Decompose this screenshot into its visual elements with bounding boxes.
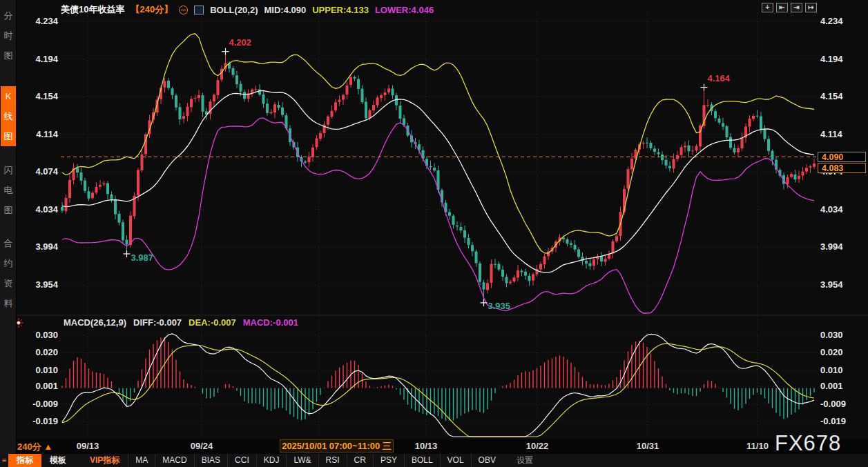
indicator-button-obv[interactable]: OBV xyxy=(471,454,503,467)
indicator-button-lw[interactable]: LW& xyxy=(286,454,318,467)
price-axis-label-right: 4.154 xyxy=(820,91,843,101)
macd-macd-value: MACD:-0.001 xyxy=(243,317,298,328)
scale-left-axis-icon[interactable]: ⇤ xyxy=(776,3,788,12)
indicator-button-rsi[interactable]: RSI xyxy=(318,454,347,467)
macd-axis-label-left: -0.019 xyxy=(15,416,58,426)
boll-mid-value: MID:4.090 xyxy=(264,5,307,15)
indicator-button-cci[interactable]: CCI xyxy=(227,454,256,467)
chart-type-sidebar: 分时图K线图闪电图合约资料 xyxy=(0,0,17,454)
period-selector[interactable]: 240分 ▲ xyxy=(17,441,52,453)
indicator-button-kdj[interactable]: KDJ xyxy=(256,454,287,467)
date-tick: 09/24 xyxy=(191,441,213,451)
chevron-up-icon: ▲ xyxy=(44,441,52,452)
indicator-button-macd[interactable]: MACD xyxy=(155,454,193,467)
price-axis-label-left: 4.114 xyxy=(15,129,58,139)
date-tick: 10/31 xyxy=(637,441,659,451)
price-axis-label-right: 4.114 xyxy=(820,129,842,139)
indicator-toolbar: ≡ 指标模板VIP指标MAMACDBIASCCIKDJLW&RSICRPSYBO… xyxy=(0,454,868,467)
macd-axis-label-left: 0.001 xyxy=(15,381,58,391)
chart-tools: +⇤⇥↦ xyxy=(762,3,817,12)
date-tick: 11/10 xyxy=(746,441,769,451)
boll-upper-value: UPPER:4.133 xyxy=(312,5,369,15)
macd-axis-label-left: -0.009 xyxy=(15,399,58,409)
macd-header: MACD(26,12,9) DIFF:-0.007 DEA:-0.007 MAC… xyxy=(64,317,298,328)
price-axis-label-left: 4.154 xyxy=(15,91,58,101)
indicator-button-vol[interactable]: VOL xyxy=(440,454,471,467)
macd-axis-label-left: 0.020 xyxy=(15,347,58,357)
sidebar-tab-lightning-chart[interactable]: 闪电图 xyxy=(1,160,16,220)
indicator-chart-icon[interactable] xyxy=(194,6,204,14)
indicator-button-cr[interactable]: CR xyxy=(347,454,373,467)
sidebar-tab-contract-info[interactable]: 合约资料 xyxy=(1,233,16,313)
price-annotation-low: 3.987 xyxy=(131,252,154,263)
period-tag: 【240分】 xyxy=(131,3,173,16)
macd-axis-label-right: 0.010 xyxy=(820,365,843,375)
settings-button[interactable]: 设置 xyxy=(508,454,541,467)
macd-axis-label-right: 0.001 xyxy=(820,381,843,391)
indicator-button-bias[interactable]: BIAS xyxy=(194,454,227,467)
jump-latest-icon[interactable]: ↦ xyxy=(805,3,817,12)
price-axis-label-right: 3.954 xyxy=(820,279,843,290)
price-axis-label-right: 3.994 xyxy=(820,241,843,252)
zoom-out-icon[interactable] xyxy=(179,6,188,14)
toolbar-tab-indicators[interactable]: 指标 xyxy=(8,454,41,467)
sidebar-tab-time-chart[interactable]: 分时图 xyxy=(1,6,16,66)
boll-lower-value: LOWER:4.046 xyxy=(375,5,434,15)
price-axis-label-left: 3.954 xyxy=(15,279,58,290)
trading-app: 分时图K线图闪电图合约资料 美债10年收益率 【240分】 BOLL(20,2)… xyxy=(0,0,868,467)
macd-axis-label-right: 0.030 xyxy=(820,330,843,340)
price-axis-label-left: 4.234 xyxy=(15,16,58,26)
chart-canvas[interactable] xyxy=(61,10,817,437)
price-axis-label-left: 4.074 xyxy=(15,166,58,177)
crosshair-tool-icon[interactable]: + xyxy=(762,3,773,12)
indicator-button-ma[interactable]: MA xyxy=(128,454,155,467)
scale-right-axis-icon[interactable]: ⇥ xyxy=(791,3,802,12)
price-axis-label-left: 3.994 xyxy=(15,241,58,252)
price-axis-label-left: 4.034 xyxy=(15,204,58,215)
timeline-bar: 240分 ▲ 2025/10/01 07:00~11:00 三 FX678 09… xyxy=(0,439,868,454)
date-tick: 09/13 xyxy=(77,441,99,451)
menu-icon[interactable]: ≡ xyxy=(0,454,8,467)
price-axis-label-right: 4.234 xyxy=(820,16,843,26)
price-annotation-high: 4.164 xyxy=(708,73,731,83)
sidebar-tab-kline-chart[interactable]: K线图 xyxy=(1,86,16,146)
price-axis-label-right: 4.194 xyxy=(820,54,843,64)
boll-label: BOLL(20,2) xyxy=(210,5,258,15)
macd-axis-label-right: 0.020 xyxy=(820,347,843,357)
level-price-tag: 4.090 xyxy=(818,152,866,162)
macd-diff-value: DIFF:-0.007 xyxy=(133,317,182,328)
macd-params-label: MACD(26,12,9) xyxy=(64,317,126,328)
indicator-button-boll[interactable]: BOLL xyxy=(404,454,440,467)
chart-header: 美债10年收益率 【240分】 BOLL(20,2) MID:4.090 UPP… xyxy=(61,3,434,16)
macd-axis-label-left: 0.010 xyxy=(15,365,58,375)
macd-axis-label-left: 0.030 xyxy=(15,330,58,340)
instrument-title: 美债10年收益率 xyxy=(61,3,124,16)
price-axis-label-left: 4.194 xyxy=(15,54,58,64)
macd-axis-label-right: -0.009 xyxy=(820,399,846,409)
date-tick: 10/22 xyxy=(526,441,549,451)
macd-dea-value: DEA:-0.007 xyxy=(189,317,236,328)
toolbar-tab-vip-indicators[interactable]: VIP指标 xyxy=(81,454,128,467)
session-highlight: 2025/10/01 07:00~11:00 三 xyxy=(280,439,394,453)
last-price-tag: 4.083 xyxy=(818,163,866,173)
macd-axis-label-right: -0.019 xyxy=(820,416,846,426)
price-annotation-high: 4.202 xyxy=(229,37,252,48)
price-axis-label-right: 4.034 xyxy=(820,204,843,215)
toolbar-tab-templates[interactable]: 模板 xyxy=(41,454,75,467)
date-tick: 10/13 xyxy=(415,441,438,451)
brand-watermark: FX678 xyxy=(775,431,841,456)
price-annotation-low: 3.935 xyxy=(488,301,511,311)
indicator-button-psy[interactable]: PSY xyxy=(373,454,404,467)
